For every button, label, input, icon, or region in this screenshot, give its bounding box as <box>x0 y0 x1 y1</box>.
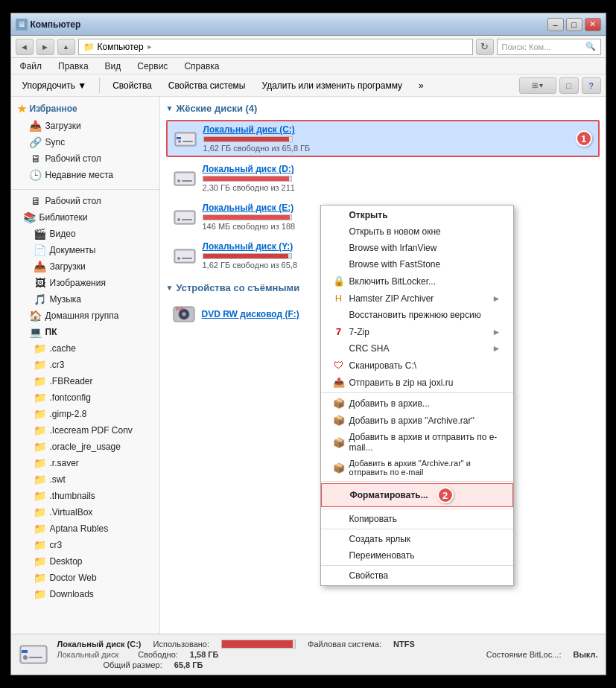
close-button[interactable]: ✕ <box>585 18 601 31</box>
ctx-browse-fast[interactable]: Browse with FastStone <box>321 256 513 273</box>
ctx-hamster-icon: H <box>333 293 345 304</box>
ctx-send-zip-icon: 📤 <box>333 377 345 388</box>
drive-e-bar <box>203 215 290 220</box>
ctx-restore[interactable]: Восстановить прежнюю версию <box>321 307 513 323</box>
ctx-crcsha[interactable]: CRC SHA ► <box>321 340 513 357</box>
back-button[interactable]: ◄ <box>16 39 34 55</box>
svg-point-20 <box>182 313 185 316</box>
virtualbox-icon: 📁 <box>34 506 47 518</box>
ctx-scan[interactable]: 🛡 Сканировать C:\ <box>321 357 513 374</box>
preview-pane-button[interactable]: □ <box>559 77 579 94</box>
sidebar-item-docs[interactable]: 📄 Документы <box>11 242 159 258</box>
sidebar-item-pc[interactable]: 💻 ПК <box>11 324 159 340</box>
sidebar-item-images[interactable]: 🖼 Изображения <box>11 275 159 291</box>
ctx-sep-3 <box>321 509 513 509</box>
sidebar-item-homegroup[interactable]: 🏠 Домашняя группа <box>11 308 159 324</box>
titlebar: 🖥 Компьютер – □ ✕ <box>11 13 606 36</box>
ctx-add-email[interactable]: 📦 Добавить в архив и отправить по e-mail… <box>321 429 513 456</box>
sidebar-item-oracle[interactable]: 📁 .oracle_jre_usage <box>11 439 159 455</box>
sidebar-item-video[interactable]: 🎬 Видео <box>11 226 159 242</box>
menu-service[interactable]: Сервис <box>133 60 172 73</box>
ctx-scan-label: Сканировать C:\ <box>349 360 417 371</box>
swt-icon: 📁 <box>34 474 47 485</box>
sidebar-favorites-header[interactable]: ★ Избранное <box>11 100 159 118</box>
sidebar-item-thumbnails[interactable]: 📁 .thumbnails <box>11 488 159 504</box>
svg-point-2 <box>178 140 181 143</box>
svg-point-24 <box>23 655 28 660</box>
search-field[interactable]: Поиск: Ком... 🔍 <box>497 39 601 55</box>
ctx-send-zip[interactable]: 📤 Отправить в zip на joxi.ru <box>321 374 513 391</box>
minimize-button[interactable]: – <box>547 18 564 31</box>
menu-help[interactable]: Справка <box>180 60 223 73</box>
ctx-hamster[interactable]: H Hamster ZIP Archiver ► <box>321 290 513 307</box>
sidebar-item-cr3[interactable]: 📁 .cr3 <box>11 357 159 373</box>
system-props-button[interactable]: Свойства системы <box>162 77 253 95</box>
address-arrow-icon: ► <box>147 43 153 51</box>
sidebar-item-cr3-2[interactable]: 📁 cr3 <box>11 537 159 553</box>
sidebar-item-workdesk[interactable]: 🖥 Рабочий стол <box>11 193 159 209</box>
sidebar-item-downloads[interactable]: 📥 Загрузки <box>11 118 159 134</box>
sidebar-item-gimp[interactable]: 📁 .gimp-2.8 <box>11 406 159 422</box>
ctx-copy[interactable]: Копировать <box>321 511 513 527</box>
remove-program-button[interactable]: Удалить или изменить программу <box>255 77 409 95</box>
sidebar-item-downloads3[interactable]: 📁 Downloads <box>11 586 159 602</box>
docs-icon: 📄 <box>34 244 47 256</box>
sidebar-item-fontconfig[interactable]: 📁 .fontconfig <box>11 389 159 406</box>
thumbnails-label: .thumbnails <box>50 491 95 501</box>
sidebar-item-music[interactable]: 🎵 Музыка <box>11 291 159 308</box>
more-button[interactable]: » <box>412 77 431 95</box>
ctx-add-rar[interactable]: 📦 Добавить в архив "Archive.rar" <box>321 412 513 429</box>
ctx-browse-irfan[interactable]: Browse with IrfanView <box>321 240 513 256</box>
ctx-properties[interactable]: Свойства <box>321 567 513 584</box>
sidebar-item-desktop[interactable]: 🖥 Рабочий стол <box>11 150 159 167</box>
ctx-sep-4 <box>321 529 513 529</box>
address-bar[interactable]: 📁 Компьютер ► <box>78 39 473 55</box>
ctx-format-label: Форматировать... <box>350 490 428 500</box>
sidebar-item-libraries[interactable]: 📚 Библиотеки <box>11 209 159 226</box>
ctx-shortcut[interactable]: Создать ярлык <box>321 531 513 547</box>
properties-button[interactable]: Свойства <box>106 77 159 95</box>
favorites-label: Избранное <box>30 103 77 114</box>
status-info: Локальный диск (C:) Использовано: Файлов… <box>57 640 598 669</box>
ctx-add-archive[interactable]: 📦 Добавить в архив... <box>321 395 513 412</box>
forward-button[interactable]: ► <box>36 39 54 55</box>
ctx-format[interactable]: Форматировать... 2 <box>321 483 513 507</box>
svg-text:DVD: DVD <box>176 307 184 311</box>
svg-point-7 <box>177 179 180 182</box>
organize-button[interactable]: Упорядочить ▼ <box>16 77 94 95</box>
sidebar-item-rsaver[interactable]: 📁 .r.saver <box>11 455 159 471</box>
ctx-bitlocker[interactable]: 🔒 Включить BitLocker... <box>321 273 513 290</box>
recent-label: Недавние места <box>45 170 113 180</box>
ctx-add-rar-email[interactable]: 📦 Добавить в архив "Archive.rar" и отпра… <box>321 456 513 480</box>
sidebar-item-virtualbox[interactable]: 📁 .VirtualBox <box>11 504 159 520</box>
sidebar-item-desktop2[interactable]: 📁 Desktop <box>11 553 159 570</box>
sidebar-item-cache[interactable]: 📁 .cache <box>11 340 159 357</box>
ctx-7zip[interactable]: 7 7-Zip ► <box>321 323 513 340</box>
status-free-value: 1,58 ГБ <box>190 650 219 659</box>
libraries-icon: 📚 <box>23 211 36 223</box>
sidebar-item-swt[interactable]: 📁 .swt <box>11 471 159 488</box>
sidebar-item-doctorweb[interactable]: 📁 Doctor Web <box>11 570 159 586</box>
sidebar-item-aptana[interactable]: 📁 Aptana Rubles <box>11 520 159 537</box>
workdesk-label: Рабочий стол <box>45 196 101 206</box>
drive-e-icon <box>173 205 197 229</box>
up-button[interactable]: ▲ <box>57 39 75 55</box>
drive-c[interactable]: Локальный диск (C:) 1,62 ГБ свободно из … <box>166 120 600 157</box>
ctx-open[interactable]: Открыть <box>321 207 513 223</box>
sidebar-item-recent[interactable]: 🕒 Недавние места <box>11 167 159 183</box>
maximize-button[interactable]: □ <box>566 18 582 31</box>
refresh-button[interactable]: ↻ <box>476 39 494 55</box>
ctx-sep-1 <box>321 392 513 393</box>
help-button[interactable]: ? <box>582 77 601 94</box>
menu-file[interactable]: Файл <box>16 60 47 73</box>
view-options-button[interactable]: ⊞ ▾ <box>519 77 556 94</box>
ctx-open-new-window[interactable]: Открыть в новом окне <box>321 223 513 240</box>
sidebar-item-icecream[interactable]: 📁 .Icecream PDF Conv <box>11 422 159 439</box>
ctx-rename[interactable]: Переименовать <box>321 547 513 564</box>
drive-d[interactable]: Локальный диск (D:) 2,30 ГБ свободно из … <box>166 160 600 196</box>
menu-view[interactable]: Вид <box>101 60 126 73</box>
sidebar-item-fbreader[interactable]: 📁 .FBReader <box>11 373 159 389</box>
sidebar-item-sync[interactable]: 🔗 Sync <box>11 134 159 150</box>
menu-edit[interactable]: Правка <box>54 60 93 73</box>
sidebar-item-downloads2[interactable]: 📥 Загрузки <box>11 258 159 275</box>
